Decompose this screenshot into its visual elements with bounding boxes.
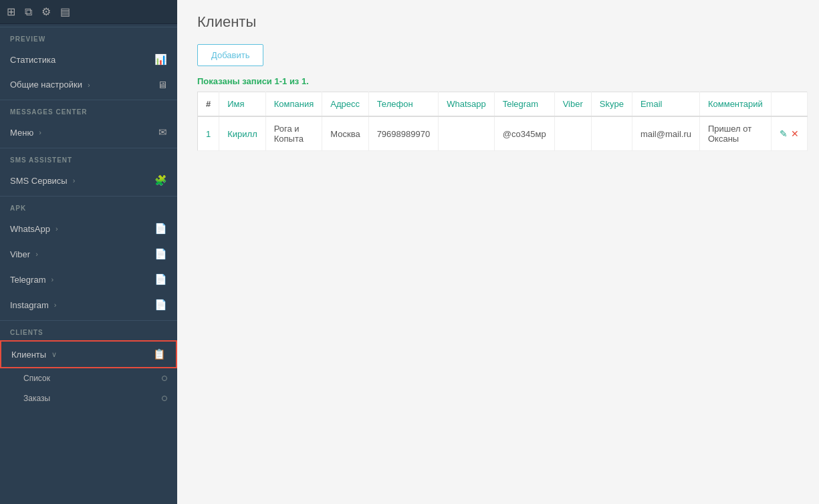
bar-chart-icon: 📊 xyxy=(154,53,167,66)
col-header-actions xyxy=(771,92,807,117)
cell-whatsapp xyxy=(439,116,495,151)
general-settings-label: Общие настройки xyxy=(10,80,82,90)
sidebar-item-general-settings[interactable]: Общие настройки › 🖥 xyxy=(0,72,177,97)
sidebar-item-instagram[interactable]: Instagram › 📄 xyxy=(0,292,177,318)
sidebar-top-icons: ⊞ ⧉ ⚙ ▤ xyxy=(0,0,177,24)
col-header-whatsapp[interactable]: Whatsapp xyxy=(439,92,495,117)
cell-address: Москва xyxy=(322,116,368,151)
chevron-right-icon: › xyxy=(51,275,53,283)
records-range: 1-1 xyxy=(274,76,287,86)
cell-name[interactable]: Кирилл xyxy=(219,116,266,151)
table-row: 1 Кирилл Рога и Копыта Москва 7969898997… xyxy=(198,116,808,151)
viber-label: Viber xyxy=(10,249,30,259)
cell-actions: ✎ ✕ xyxy=(771,116,807,151)
clients-label: Клиенты xyxy=(11,350,46,360)
file-icon: 📄 xyxy=(154,223,167,235)
cell-comment: Пришел от Оксаны xyxy=(699,116,771,151)
chevron-right-icon: › xyxy=(55,225,58,233)
clients-table: # Имя Компания Адресс Телефон Whatsapp T… xyxy=(197,92,808,151)
spisok-label: Список xyxy=(23,374,50,383)
instagram-label: Instagram xyxy=(10,300,49,310)
sms-services-label: SMS Сервисы xyxy=(10,176,68,186)
add-button[interactable]: Добавить xyxy=(197,44,263,66)
chevron-down-icon: ∨ xyxy=(51,350,57,359)
main-content: Клиенты Добавить Показаны записи 1-1 из … xyxy=(177,0,819,504)
puzzle-icon: 🧩 xyxy=(154,174,167,186)
sidebar-item-statistics[interactable]: Статистика 📊 xyxy=(0,47,177,72)
cell-company: Рога и Копыта xyxy=(265,116,322,151)
chevron-right-icon: › xyxy=(54,301,57,309)
col-header-address[interactable]: Адресс xyxy=(322,92,368,117)
copy-icon[interactable]: ⧉ xyxy=(25,6,32,18)
statistics-label: Статистика xyxy=(10,55,55,65)
messages-center-section-label: MESSAGES CENTER xyxy=(0,100,177,120)
col-header-comment[interactable]: Комментарий xyxy=(699,92,771,117)
action-icons: ✎ ✕ xyxy=(780,128,799,139)
col-header-name[interactable]: Имя xyxy=(219,92,266,117)
list-icon-top[interactable]: ▤ xyxy=(60,5,70,18)
records-info-suffix: . xyxy=(306,76,309,86)
monitor-icon: 🖥 xyxy=(157,79,167,90)
records-info: Показаны записи 1-1 из 1. xyxy=(197,76,799,86)
message-icon: ✉ xyxy=(158,126,167,138)
cell-viber xyxy=(554,116,591,151)
file-icon: 📄 xyxy=(154,248,167,260)
chevron-right-icon: › xyxy=(35,250,38,258)
grid-icon[interactable]: ⊞ xyxy=(7,5,15,18)
file-icon: 📄 xyxy=(154,299,167,311)
sms-assistent-section-label: SMS ASSISTENT xyxy=(0,148,177,168)
apk-section-label: APK xyxy=(0,196,177,216)
sidebar-item-viber[interactable]: Viber › 📄 xyxy=(0,241,177,267)
telegram-label: Telegram xyxy=(10,275,45,285)
sidebar-item-whatsapp[interactable]: WhatsApp › 📄 xyxy=(0,216,177,241)
clients-list-icon: 📋 xyxy=(153,348,166,360)
sidebar-item-sms-services[interactable]: SMS Сервисы › 🧩 xyxy=(0,168,177,193)
preview-section-label: PREVIEW xyxy=(0,27,177,47)
clients-section-label: CLIENTS xyxy=(0,320,177,340)
col-header-viber[interactable]: Viber xyxy=(554,92,591,117)
settings-icon[interactable]: ⚙ xyxy=(41,5,51,18)
cell-id[interactable]: 1 xyxy=(198,116,219,151)
cell-email: mail@mail.ru xyxy=(632,116,699,151)
chevron-right-icon: › xyxy=(88,81,90,89)
chevron-right-icon: › xyxy=(39,128,41,136)
page-title: Клиенты xyxy=(197,13,799,31)
chevron-right-icon: › xyxy=(73,176,76,184)
col-header-hash[interactable]: # xyxy=(198,92,219,117)
sidebar-subitem-zakazy[interactable]: Заказы xyxy=(0,388,177,408)
file-icon: 📄 xyxy=(154,273,167,285)
cell-telegram: @со345мр xyxy=(494,116,554,151)
sidebar-item-menu[interactable]: Меню › ✉ xyxy=(0,120,177,145)
sub-circle-icon xyxy=(162,396,167,401)
col-header-company[interactable]: Компания xyxy=(265,92,322,117)
sidebar-subitem-spisok[interactable]: Список xyxy=(0,368,177,388)
records-info-mid: из xyxy=(287,76,302,86)
col-header-phone[interactable]: Телефон xyxy=(368,92,439,117)
cell-phone: 79698989970 xyxy=(368,116,439,151)
delete-icon[interactable]: ✕ xyxy=(791,128,799,139)
sub-circle-icon xyxy=(162,376,167,381)
sidebar-item-clients[interactable]: Клиенты ∨ 📋 xyxy=(0,340,177,368)
col-header-telegram[interactable]: Telegram xyxy=(494,92,554,117)
sidebar-item-telegram[interactable]: Telegram › 📄 xyxy=(0,267,177,292)
col-header-skype[interactable]: Skype xyxy=(591,92,632,117)
records-info-prefix: Показаны записи xyxy=(197,76,274,86)
cell-skype xyxy=(591,116,632,151)
menu-label: Меню xyxy=(10,128,33,138)
col-header-email[interactable]: Email xyxy=(632,92,699,117)
zakazy-label: Заказы xyxy=(23,394,50,403)
edit-icon[interactable]: ✎ xyxy=(780,128,788,139)
sidebar: ⊞ ⧉ ⚙ ▤ PREVIEW Статистика 📊 Общие настр… xyxy=(0,0,177,504)
whatsapp-label: WhatsApp xyxy=(10,224,50,234)
